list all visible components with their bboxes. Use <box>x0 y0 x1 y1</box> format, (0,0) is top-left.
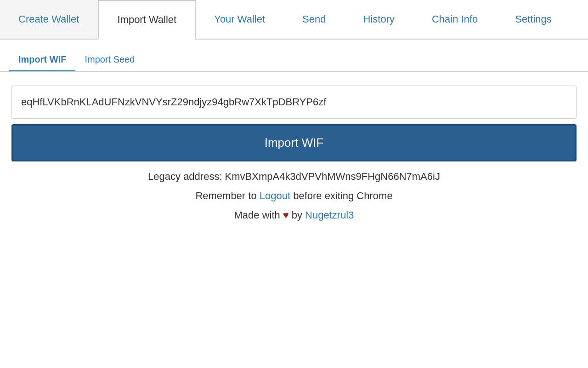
tab-import-wallet[interactable]: Import Wallet <box>98 0 196 40</box>
made-with-before: Made with <box>234 209 280 221</box>
wif-input[interactable] <box>11 86 577 119</box>
author-link[interactable]: Nugetzrul3 <box>305 209 354 221</box>
made-with-by: by <box>292 209 302 221</box>
main-content: Import WIF Legacy address: KmvBXmpA4k3dV… <box>0 72 588 235</box>
tab-chain-info[interactable]: Chain Info <box>413 0 497 39</box>
sub-tab-import-seed[interactable]: Import Seed <box>75 49 144 71</box>
sub-tabs: Import WIF Import Seed <box>0 40 588 72</box>
legacy-address: Legacy address: KmvBXmpA4k3dVPVhMWns9FHg… <box>148 171 440 183</box>
remember-text-before: Remember to <box>195 190 259 201</box>
tab-settings[interactable]: Settings <box>497 0 571 39</box>
made-with-text: Made with ♥ by Nugetzrul3 <box>234 209 354 221</box>
remember-text: Remember to Logout before exiting Chrome <box>195 190 392 202</box>
tab-history[interactable]: History <box>345 0 413 39</box>
tab-your-wallet[interactable]: Your Wallet <box>196 0 284 39</box>
logout-link[interactable]: Logout <box>260 190 290 201</box>
tab-send[interactable]: Send <box>284 0 345 39</box>
remember-text-after: before exiting Chrome <box>290 190 393 201</box>
tab-create-wallet[interactable]: Create Wallet <box>0 0 98 39</box>
heart-icon: ♥ <box>283 209 289 221</box>
import-wif-button[interactable]: Import WIF <box>11 124 577 161</box>
nav-tabs: Create Wallet Import Wallet Your Wallet … <box>0 0 588 40</box>
sub-tab-import-wif[interactable]: Import WIF <box>9 49 75 71</box>
